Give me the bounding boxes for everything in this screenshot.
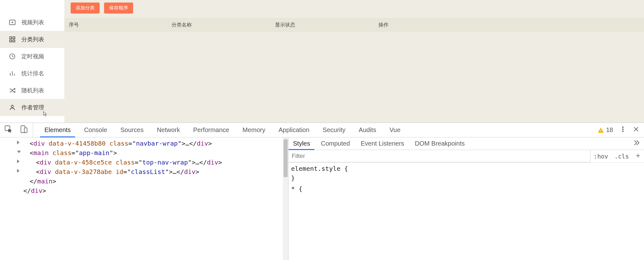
tab-vue[interactable]: Vue: [389, 123, 401, 137]
sidebar-item-label: 随机列表: [21, 87, 44, 94]
app-root: 视频列表 分类列表 定时视频 统计排名 随机列表: [0, 0, 644, 123]
sidebar-item-label: 分类列表: [21, 36, 44, 43]
col-name: 分类名称: [172, 22, 275, 28]
sidebar-item-random-list[interactable]: 随机列表: [0, 82, 64, 99]
svg-rect-2: [10, 37, 12, 39]
sidebar: 视频列表 分类列表 定时视频 统计排名 随机列表: [0, 0, 64, 123]
styles-tab-dom-breakpoints[interactable]: DOM Breakpoints: [415, 137, 465, 150]
new-style-rule-icon[interactable]: [632, 153, 644, 160]
svg-point-19: [622, 129, 624, 130]
category-table: 序号 分类名称 显示状态 操作: [64, 18, 644, 32]
svg-point-17: [600, 131, 601, 132]
styles-more-icon[interactable]: [633, 139, 640, 148]
svg-rect-15: [24, 128, 27, 133]
tab-security[interactable]: Security: [323, 123, 345, 137]
col-index: 序号: [64, 22, 172, 28]
col-ops: 操作: [378, 22, 644, 28]
styles-tab-computed[interactable]: Computed: [321, 137, 350, 150]
clock-icon: [9, 53, 16, 60]
sidebar-item-label: 统计排名: [21, 70, 44, 77]
styles-tab-event-listeners[interactable]: Event Listeners: [361, 137, 404, 150]
tab-console[interactable]: Console: [84, 123, 107, 137]
svg-point-18: [622, 127, 624, 128]
styles-rules[interactable]: element.style { } * {: [289, 163, 644, 260]
cls-toggle[interactable]: .cls: [611, 153, 632, 160]
col-state: 显示状态: [275, 22, 378, 28]
sidebar-item-scheduled-video[interactable]: 定时视频: [0, 48, 64, 65]
tab-elements[interactable]: Elements: [44, 123, 71, 137]
grid-icon: [9, 36, 16, 43]
sidebar-item-video-list[interactable]: 视频列表: [0, 14, 64, 31]
svg-point-20: [622, 131, 624, 132]
shuffle-icon: [9, 87, 16, 94]
warnings-count: 18: [606, 126, 613, 134]
devtools-tabbar: Elements Console Sources Network Perform…: [0, 123, 644, 137]
sidebar-item-author-manage[interactable]: 作者管理: [0, 99, 64, 116]
elements-scrollbar[interactable]: [283, 137, 288, 260]
tab-sources[interactable]: Sources: [120, 123, 143, 137]
svg-point-12: [11, 105, 13, 107]
sidebar-item-label: 作者管理: [21, 104, 44, 111]
hov-toggle[interactable]: :hov: [590, 153, 611, 160]
sidebar-item-label: 定时视频: [21, 53, 44, 60]
save-order-button[interactable]: 保存顺序: [104, 3, 133, 14]
elements-tree[interactable]: <div data-v-41458b80 class="navbar-wrap"…: [0, 137, 289, 260]
devtools-panel: Elements Console Sources Network Perform…: [0, 123, 644, 260]
table-header-row: 序号 分类名称 显示状态 操作: [64, 18, 644, 32]
svg-rect-3: [13, 37, 15, 39]
styles-tab-styles[interactable]: Styles: [293, 137, 310, 150]
video-play-icon: [9, 19, 16, 26]
bar-chart-icon: [9, 70, 16, 77]
svg-line-8: [12, 56, 14, 57]
inspect-element-icon[interactable]: [4, 125, 13, 135]
devtools-tabs: Elements Console Sources Network Perform…: [33, 123, 401, 137]
user-icon: [9, 104, 16, 111]
tab-audits[interactable]: Audits: [359, 123, 376, 137]
devtools-menu-icon[interactable]: [619, 126, 626, 134]
sidebar-item-label: 视频列表: [21, 19, 44, 26]
toolbar: 添加分类 保存顺序: [64, 3, 644, 14]
svg-rect-5: [13, 40, 15, 42]
svg-rect-4: [10, 40, 12, 42]
tab-performance[interactable]: Performance: [193, 123, 230, 137]
warnings-badge[interactable]: 18: [597, 126, 613, 134]
devtools-close-icon[interactable]: [633, 126, 640, 134]
sidebar-item-category-list[interactable]: 分类列表: [0, 31, 64, 48]
main-content: 添加分类 保存顺序 序号 分类名称 显示状态 操作: [64, 0, 644, 123]
styles-panel: Styles Computed Event Listeners DOM Brea…: [289, 137, 644, 260]
sidebar-item-stats-rank[interactable]: 统计排名: [0, 65, 64, 82]
tab-network[interactable]: Network: [157, 123, 180, 137]
add-category-button[interactable]: 添加分类: [71, 3, 100, 14]
styles-filter-input[interactable]: [289, 150, 590, 162]
svg-marker-1: [12, 21, 14, 23]
device-toolbar-icon[interactable]: [20, 125, 28, 135]
tab-application[interactable]: Application: [278, 123, 309, 137]
tab-memory[interactable]: Memory: [243, 123, 265, 137]
